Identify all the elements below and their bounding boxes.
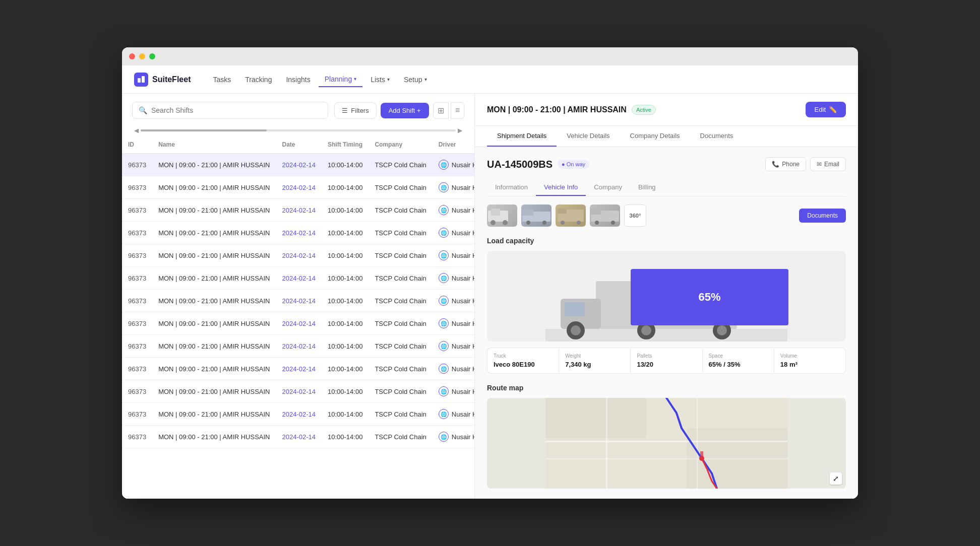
cell-company: TSCP Cold Chain — [369, 426, 432, 448]
minimize-button[interactable] — [139, 53, 145, 59]
cell-company: TSCP Cold Chain — [369, 290, 432, 312]
view-360-button[interactable]: 360° — [624, 204, 646, 227]
contact-buttons: 📞 Phone ✉ Email — [765, 157, 846, 171]
vehicle-image-4[interactable] — [590, 204, 620, 227]
search-input[interactable] — [151, 106, 322, 114]
cell-timing: 10:00-14:00 — [322, 244, 369, 267]
close-button[interactable] — [129, 53, 135, 59]
add-shift-button[interactable]: Add Shift + — [381, 103, 429, 118]
nav-items: Tasks Tracking Insights Planning ▾ Lists… — [207, 72, 433, 87]
table-row[interactable]: 96373 MON | 09:00 - 21:00 | AMIR HUSSAIN… — [122, 380, 474, 403]
shipment-id-row: UA-145009BS ● On way 📞 Phone — [487, 157, 846, 171]
table-row[interactable]: 96373 MON | 09:00 - 21:00 | AMIR HUSSAIN… — [122, 154, 474, 176]
vehicle-image-3[interactable] — [556, 204, 586, 227]
vehicle-image-2[interactable] — [521, 204, 552, 227]
tab-vehicle-details[interactable]: Vehicle Details — [557, 126, 620, 147]
tab-company-details[interactable]: Company Details — [620, 126, 690, 147]
cell-id: 96373 — [122, 312, 152, 335]
cell-company: TSCP Cold Chain — [369, 312, 432, 335]
cell-company: TSCP Cold Chain — [369, 154, 432, 176]
horizontal-scrollbar[interactable] — [141, 129, 456, 131]
table-row[interactable]: 96373 MON | 09:00 - 21:00 | AMIR HUSSAIN… — [122, 403, 474, 426]
cap-weight: Weight 7,340 kg — [559, 348, 630, 374]
tab-shipment-details[interactable]: Shipment Details — [487, 126, 557, 147]
cell-date: 2024-02-14 — [276, 222, 322, 244]
on-way-badge: ● On way — [558, 160, 589, 169]
cell-name: MON | 09:00 - 21:00 | AMIR HUSSAIN — [152, 244, 276, 267]
cell-date: 2024-02-14 — [276, 380, 322, 403]
table-row[interactable]: 96373 MON | 09:00 - 21:00 | AMIR HUSSAIN… — [122, 312, 474, 335]
svg-rect-33 — [606, 398, 607, 489]
svg-rect-32 — [545, 458, 787, 459]
table-row[interactable]: 96373 MON | 09:00 - 21:00 | AMIR HUSSAIN… — [122, 335, 474, 358]
scroll-left-arrow[interactable]: ◀ — [132, 127, 141, 134]
navbar: SuiteFleet Tasks Tracking Insights Plann… — [122, 65, 858, 94]
nav-insights[interactable]: Insights — [280, 73, 316, 87]
cell-driver: 🌐 Nusair Haq — [433, 199, 474, 222]
edit-button[interactable]: Edit ✏️ — [806, 102, 846, 117]
nav-tasks[interactable]: Tasks — [207, 73, 237, 87]
table-row[interactable]: 96373 MON | 09:00 - 21:00 | AMIR HUSSAIN… — [122, 358, 474, 380]
search-input-wrap: 🔍 — [132, 102, 328, 119]
maximize-button[interactable] — [149, 53, 155, 59]
scroll-right-arrow[interactable]: ▶ — [456, 127, 464, 134]
table-row[interactable]: 96373 MON | 09:00 - 21:00 | AMIR HUSSAIN… — [122, 426, 474, 448]
sub-tab-information[interactable]: Information — [487, 179, 536, 196]
cell-driver: 🌐 Nusair Haq — [433, 380, 474, 403]
table-row[interactable]: 96373 MON | 09:00 - 21:00 | AMIR HUSSAIN… — [122, 222, 474, 244]
nav-planning[interactable]: Planning ▾ — [319, 72, 363, 87]
sub-tab-company[interactable]: Company — [586, 179, 630, 196]
cell-driver: 🌐 Nusair Haq — [433, 358, 474, 380]
email-button[interactable]: ✉ Email — [810, 157, 846, 171]
table-row[interactable]: 96373 MON | 09:00 - 21:00 | AMIR HUSSAIN… — [122, 199, 474, 222]
logo-text: SuiteFleet — [152, 75, 191, 84]
globe-icon: 🌐 — [439, 228, 449, 238]
load-capacity-section: Load capacity — [487, 237, 846, 374]
globe-icon: 🌐 — [439, 160, 449, 170]
dot-indicator: ● — [562, 161, 567, 167]
cap-truck: Truck Iveco 80E190 — [487, 348, 559, 374]
svg-point-23 — [571, 325, 581, 335]
globe-icon: 🌐 — [439, 250, 449, 260]
table-row[interactable]: 96373 MON | 09:00 - 21:00 | AMIR HUSSAIN… — [122, 244, 474, 267]
nav-lists[interactable]: Lists ▾ — [364, 73, 396, 87]
cell-name: MON | 09:00 - 21:00 | AMIR HUSSAIN — [152, 222, 276, 244]
list-view-button[interactable]: ≡ — [451, 102, 464, 119]
tab-documents[interactable]: Documents — [690, 126, 744, 147]
cell-id: 96373 — [122, 154, 152, 176]
nav-setup[interactable]: Setup ▾ — [398, 73, 433, 87]
nav-tracking[interactable]: Tracking — [239, 73, 278, 87]
documents-button[interactable]: Documents — [799, 209, 846, 223]
cap-space: Space 65% / 35% — [702, 348, 774, 374]
table-row[interactable]: 96373 MON | 09:00 - 21:00 | AMIR HUSSAIN… — [122, 267, 474, 290]
cell-id: 96373 — [122, 380, 152, 403]
route-map-section: Route map — [487, 384, 846, 489]
map-area[interactable]: ⤢ — [487, 398, 846, 489]
globe-icon: 🌐 — [439, 296, 449, 306]
detail-header: MON | 09:00 - 21:00 | AMIR HUSSAIN Activ… — [475, 94, 858, 126]
view-toggle: ⊞ ≡ — [433, 102, 464, 119]
shipment-id-text: UA-145009BS — [487, 159, 553, 170]
truck-visual: 65% — [487, 251, 846, 342]
detail-tabs: Shipment Details Vehicle Details Company… — [475, 126, 858, 147]
svg-point-12 — [561, 221, 565, 225]
table-row[interactable]: 96373 MON | 09:00 - 21:00 | AMIR HUSSAIN… — [122, 290, 474, 312]
shipment-id-area: UA-145009BS ● On way — [487, 159, 589, 170]
table-row[interactable]: 96373 MON | 09:00 - 21:00 | AMIR HUSSAIN… — [122, 176, 474, 199]
grid-view-button[interactable]: ⊞ — [433, 102, 449, 119]
sub-tab-billing[interactable]: Billing — [630, 179, 664, 196]
scroll-thumb — [141, 129, 267, 131]
globe-icon: 🌐 — [439, 409, 449, 419]
phone-button[interactable]: 📞 Phone — [765, 157, 806, 171]
cell-timing: 10:00-14:00 — [322, 176, 369, 199]
map-zoom-button[interactable]: ⤢ — [830, 472, 842, 485]
filter-button[interactable]: ☰ Filters — [334, 102, 376, 119]
cell-timing: 10:00-14:00 — [322, 199, 369, 222]
edit-icon: ✏️ — [829, 106, 837, 113]
cell-name: MON | 09:00 - 21:00 | AMIR HUSSAIN — [152, 426, 276, 448]
cell-driver: 🌐 Nusair Haq — [433, 244, 474, 267]
cell-timing: 10:00-14:00 — [322, 222, 369, 244]
vehicle-image-1[interactable] — [487, 204, 517, 227]
sub-tab-vehicle-info[interactable]: Vehicle Info — [536, 179, 586, 196]
col-id: ID — [122, 136, 152, 154]
